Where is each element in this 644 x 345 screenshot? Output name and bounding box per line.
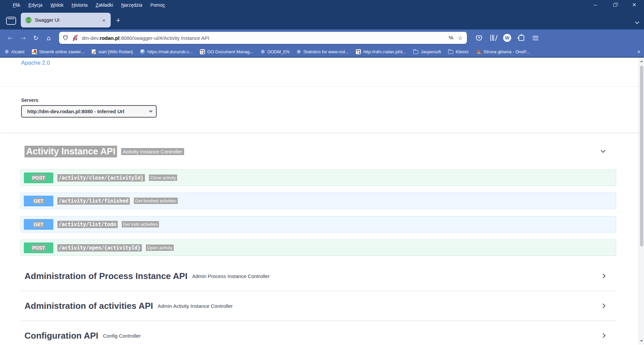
new-tab-button[interactable]: + — [116, 17, 120, 24]
endpoint-path[interactable]: /activity/list/finished — [57, 197, 130, 205]
mail-sphere-icon — [140, 49, 145, 54]
expand-chevron-icon[interactable] — [601, 333, 605, 338]
license-link[interactable]: Apache 2.0 — [21, 60, 50, 66]
endpoint-path[interactable]: /activity/list/todo — [57, 221, 118, 228]
bookmark-statistics[interactable]: ⊕Statistics for www.rod... — [297, 49, 349, 54]
bookmark-folder-klienci[interactable]: Klienci — [448, 49, 468, 54]
endpoint-row-open-activity[interactable]: POST /activity/open/{activityId} Open ac… — [20, 239, 616, 256]
api-section-activity-instance[interactable]: Activity Instance API Activity Instance … — [20, 143, 616, 160]
globe-icon: ⊕ — [261, 49, 265, 54]
menubar: Plik Edycja Widok Historia Zakładki Narz… — [0, 0, 644, 10]
bookmark-mail-docurob[interactable]: https://mail.docurob.c... — [140, 49, 193, 54]
back-button[interactable]: ← — [5, 32, 16, 43]
navigation-toolbar: ← → ↻ ⌂ dm-dev.rodan.pl:8080/swagger-ui/… — [0, 29, 644, 46]
bookmark-oo-document-manager[interactable]: OO Document Manag... — [200, 49, 253, 54]
dictionary-icon — [32, 49, 37, 54]
url-bar[interactable]: dm-dev.rodan.pl:8080/swagger-ui/#/Activi… — [59, 32, 467, 44]
servers-label: Servers — [21, 97, 38, 103]
globe-icon: ⊕ — [5, 49, 9, 54]
scroll-up-button[interactable] — [639, 58, 644, 64]
window-titlebar: Plik Edycja Widok Historia Zakładki Narz… — [0, 0, 644, 29]
home-button[interactable]: ⌂ — [43, 32, 54, 43]
menu-item-edycja[interactable]: Edycja — [25, 1, 46, 9]
account-button[interactable]: W — [501, 32, 513, 43]
library-button[interactable] — [487, 32, 499, 43]
bookmark-onepager[interactable]: Strona główna - OneP... — [476, 49, 530, 54]
bookmark-wiki-rodan[interactable]: start [Wiki Rodan] — [92, 49, 133, 54]
menu-item-pomoc[interactable]: Pomoc — [147, 1, 168, 9]
tab-swagger-ui[interactable]: {:} Swagger UI × — [21, 13, 111, 27]
minimize-button[interactable] — [586, 0, 605, 10]
menu-item-historia[interactable]: Historia — [68, 1, 91, 9]
menu-item-narzedzia[interactable]: Narzędzia — [118, 1, 146, 9]
bookmarks-overflow-button[interactable]: » — [637, 49, 639, 55]
api-section-admin-activities[interactable]: Administration of activities API Admin A… — [20, 291, 616, 321]
list-all-tabs-button[interactable] — [636, 19, 639, 25]
expand-chevron-icon[interactable] — [601, 303, 605, 308]
reload-button[interactable]: ↻ — [30, 32, 42, 43]
method-badge-get: GET — [24, 219, 53, 230]
url-text[interactable]: dm-dev.rodan.pl:8080/swagger-ui/#/Activi… — [82, 35, 449, 41]
bookmark-label: OODM_EN — [267, 49, 289, 54]
menu-item-widok[interactable]: Widok — [47, 1, 67, 9]
method-label: GET — [33, 221, 45, 227]
section-title: Administration of Process Instance API — [24, 271, 187, 281]
collapse-chevron-icon[interactable] — [601, 148, 605, 153]
bookmark-oodm-en[interactable]: ⊕OODM_EN — [261, 49, 289, 54]
close-window-button[interactable]: ✕ — [625, 0, 644, 10]
servers-select[interactable]: http://dm-dev.rodan.pl:8080 - Inferred U… — [21, 105, 157, 118]
bookmark-rdm-rodan[interactable]: http://rdm.rodan.pl/d... — [356, 49, 406, 54]
insecure-connection-lock-icon[interactable] — [72, 34, 78, 41]
endpoint-path[interactable]: /activity/open/{activityId} — [57, 244, 142, 252]
menu-text: H — [72, 2, 75, 8]
bookmark-label: Słownik online zawier... — [39, 49, 84, 54]
restore-button[interactable] — [605, 0, 625, 10]
translate-icon[interactable]: xA — [449, 35, 453, 41]
firefox-view-icon[interactable] — [6, 17, 16, 25]
section-controller: Activity Instance Controller — [121, 148, 184, 155]
section-controller: Admin Process Instance Controller — [192, 273, 270, 279]
colored-dots-icon — [356, 49, 361, 54]
scrollbar-thumb[interactable] — [640, 66, 643, 247]
menu-item-zakladki[interactable]: Zakładki — [92, 1, 116, 9]
app-menu-button[interactable] — [529, 32, 541, 43]
chevron-down-icon — [149, 109, 153, 113]
menu-text: idok — [55, 2, 64, 8]
colored-dots-icon — [200, 49, 205, 54]
forward-button[interactable]: → — [17, 32, 29, 43]
api-section-admin-process-instance[interactable]: Administration of Process Instance API A… — [20, 261, 616, 291]
extensions-button[interactable] — [515, 32, 527, 43]
endpoint-row-close-activity[interactable]: POST /activity/close/{activityId} Close … — [20, 169, 616, 186]
endpoint-path[interactable]: /activity/close/{activityId} — [57, 174, 145, 182]
scroll-down-button[interactable] — [639, 338, 644, 344]
menu-item-plik[interactable]: Plik — [9, 1, 24, 9]
tracking-protection-shield-icon[interactable] — [63, 35, 68, 41]
tab-close-button[interactable]: × — [100, 17, 107, 24]
url-domain: rodan.pl — [100, 35, 119, 41]
url-prefix: dm-dev. — [82, 35, 100, 41]
page-content: Apache 2.0 Servers http://dm-dev.rodan.p… — [0, 58, 644, 344]
bookmark-star-icon[interactable]: ☆ — [458, 34, 463, 41]
wiki-note-icon — [92, 49, 96, 54]
expand-chevron-icon[interactable] — [601, 274, 605, 278]
bookmarks-toolbar: ⊕Alcatel Słownik online zawier... start … — [0, 46, 644, 58]
api-section-configuration[interactable]: Configuration API Config Controller — [20, 321, 616, 345]
section-title: Configuration API — [24, 331, 98, 341]
endpoint-row-list-finished[interactable]: GET /activity/list/finished Get finished… — [20, 193, 616, 209]
puzzle-icon — [519, 35, 524, 41]
menu-text: Z — [96, 2, 99, 8]
endpoint-description: Get todo activities — [122, 221, 159, 227]
endpoint-row-list-todo[interactable]: GET /activity/list/todo Get todo activit… — [20, 216, 616, 232]
method-badge-post: POST — [24, 243, 53, 253]
bookmark-folder-jaspersoft[interactable]: Jaspersoft — [413, 49, 441, 54]
bookmark-slownik[interactable]: Słownik online zawier... — [32, 49, 84, 54]
chevron-up-icon — [640, 60, 643, 63]
section-controller: Admin Activity Instance Controller — [158, 303, 232, 309]
toolbar-buttons: W — [473, 32, 541, 43]
menu-text: dycja — [32, 2, 43, 8]
bookmark-alcatel[interactable]: ⊕Alcatel — [5, 49, 24, 54]
vertical-scrollbar[interactable] — [638, 58, 644, 344]
endpoint-description: Open activity — [146, 245, 174, 251]
method-label: POST — [31, 245, 46, 251]
pocket-button[interactable] — [473, 32, 485, 43]
